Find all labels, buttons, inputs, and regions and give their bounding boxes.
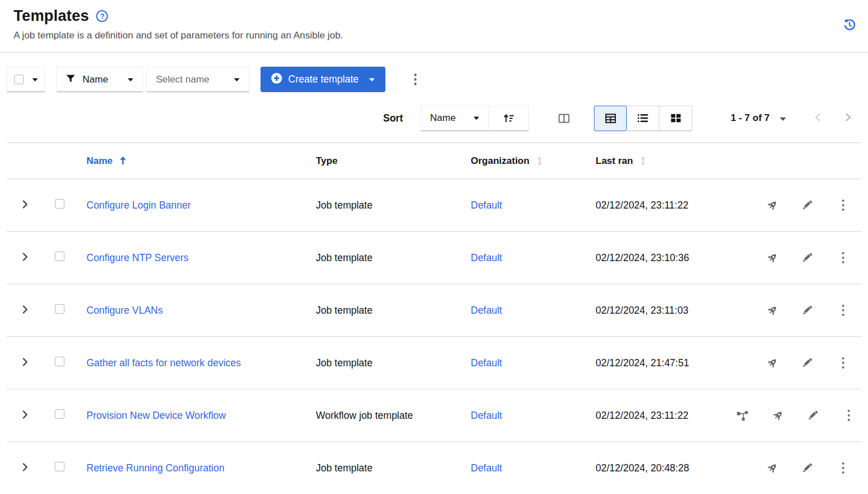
row-kebab-button[interactable] <box>843 409 855 422</box>
chevron-down-icon <box>780 117 786 121</box>
kebab-menu-icon <box>842 200 845 211</box>
template-name-link[interactable]: Gather all facts for network devices <box>86 357 241 369</box>
template-name-link[interactable]: Configure VLANs <box>86 305 163 316</box>
sort-direction-button[interactable] <box>488 106 529 131</box>
card-view-icon <box>671 114 681 123</box>
chevron-right-icon <box>845 113 851 122</box>
column-header-name[interactable]: Name <box>86 155 316 167</box>
row-kebab-button[interactable] <box>837 304 849 317</box>
create-template-button[interactable]: Create template <box>261 67 385 92</box>
sort-arrow-up-icon <box>120 157 126 165</box>
filter-value-select[interactable]: Select name <box>146 67 249 92</box>
kebab-menu-icon <box>414 73 417 85</box>
sort-ascending-icon <box>504 114 514 123</box>
template-name-link[interactable]: Provision New Device Workflow <box>86 410 226 421</box>
rocket-launch-icon <box>766 200 778 211</box>
expand-row-button[interactable] <box>20 303 30 318</box>
last-ran-timestamp: 02/12/2024, 23:10:36 <box>596 252 736 264</box>
column-header-last-ran[interactable]: Last ran <box>596 155 736 167</box>
pagination-total: of 7 <box>753 112 770 123</box>
view-toggle-group <box>594 106 692 131</box>
list-view-icon <box>637 114 648 123</box>
bulk-select-dropdown[interactable] <box>7 67 45 92</box>
last-ran-timestamp: 02/12/2024, 20:48:28 <box>596 462 736 474</box>
row-checkbox[interactable] <box>55 409 64 419</box>
edit-template-button[interactable] <box>801 199 814 211</box>
filter-attribute-dropdown[interactable]: Name <box>57 67 143 92</box>
pagination-previous-button[interactable] <box>813 111 823 125</box>
pagination-range: 1 - 7 <box>731 112 750 123</box>
row-checkbox[interactable] <box>55 357 64 366</box>
filter-attribute-label: Name <box>83 74 120 85</box>
launch-template-button[interactable] <box>766 199 778 211</box>
column-header-type: Type <box>316 155 471 167</box>
kebab-menu-icon <box>842 252 845 264</box>
launch-template-button[interactable] <box>771 409 784 422</box>
expand-row-button[interactable] <box>20 250 30 265</box>
launch-template-button[interactable] <box>766 304 778 317</box>
sort-by-dropdown[interactable]: Name <box>420 106 489 131</box>
template-type: Job template <box>316 305 471 317</box>
chevron-down-icon <box>234 78 240 81</box>
row-checkbox[interactable] <box>55 304 64 314</box>
template-type: Job template <box>316 252 471 264</box>
pagination-dropdown-button[interactable] <box>778 112 788 125</box>
refresh-history-button[interactable] <box>843 18 856 32</box>
kebab-menu-icon <box>842 357 845 369</box>
organization-link[interactable]: Default <box>471 357 502 369</box>
template-name-link[interactable]: Configure Login Banner <box>86 200 191 211</box>
last-ran-timestamp: 02/12/2024, 21:47:51 <box>596 357 736 369</box>
kebab-menu-icon <box>842 462 845 474</box>
pencil-edit-icon <box>802 357 813 369</box>
toolbar-kebab-button[interactable] <box>411 70 420 89</box>
row-kebab-button[interactable] <box>837 462 849 474</box>
chevron-right-icon <box>23 463 28 471</box>
page-header: Templates ? A job template is a definiti… <box>0 0 868 53</box>
edit-template-button[interactable] <box>807 409 819 422</box>
edit-template-button[interactable] <box>801 252 814 264</box>
pencil-edit-icon <box>802 200 813 211</box>
bulk-select-checkbox[interactable] <box>14 75 24 84</box>
pagination-next-button[interactable] <box>843 111 853 125</box>
edit-template-button[interactable] <box>801 462 814 474</box>
organization-link[interactable]: Default <box>471 410 502 421</box>
expand-row-button[interactable] <box>20 461 30 475</box>
template-name-link[interactable]: Retrieve Running Configuration <box>86 462 224 474</box>
expand-row-button[interactable] <box>20 408 30 423</box>
template-name-link[interactable]: Configure NTP Servers <box>86 252 189 263</box>
column-header-organization[interactable]: Organization <box>471 155 596 167</box>
expand-row-button[interactable] <box>20 356 30 370</box>
chevron-down-icon <box>32 78 38 81</box>
launch-template-button[interactable] <box>766 462 778 474</box>
organization-link[interactable]: Default <box>471 252 502 263</box>
page-title: Templates <box>14 7 89 25</box>
edit-template-button[interactable] <box>801 304 814 317</box>
chevron-right-icon <box>23 305 28 314</box>
last-ran-timestamp: 02/12/2024, 23:11:22 <box>596 200 736 211</box>
pencil-edit-icon <box>802 305 813 316</box>
kebab-menu-icon <box>842 305 845 317</box>
row-checkbox[interactable] <box>55 199 64 209</box>
sort-updown-icon <box>537 157 542 166</box>
chevron-right-icon <box>23 410 28 419</box>
table-view-button[interactable] <box>594 106 627 131</box>
row-kebab-button[interactable] <box>837 357 849 369</box>
row-checkbox[interactable] <box>55 462 64 471</box>
template-type: Job template <box>316 357 471 369</box>
row-checkbox[interactable] <box>55 252 64 261</box>
launch-template-button[interactable] <box>766 357 778 369</box>
list-view-button[interactable] <box>627 106 659 131</box>
workflow-visualizer-button[interactable] <box>736 409 748 422</box>
card-view-button[interactable] <box>659 106 692 131</box>
help-icon[interactable]: ? <box>96 10 108 22</box>
organization-link[interactable]: Default <box>471 305 502 316</box>
row-kebab-button[interactable] <box>837 252 849 264</box>
chevron-right-icon <box>23 253 28 261</box>
expand-row-button[interactable] <box>20 198 30 213</box>
launch-template-button[interactable] <box>766 252 778 264</box>
organization-link[interactable]: Default <box>471 200 502 211</box>
organization-link[interactable]: Default <box>471 462 502 474</box>
manage-columns-button[interactable] <box>557 111 571 125</box>
edit-template-button[interactable] <box>801 357 814 369</box>
row-kebab-button[interactable] <box>837 199 849 211</box>
